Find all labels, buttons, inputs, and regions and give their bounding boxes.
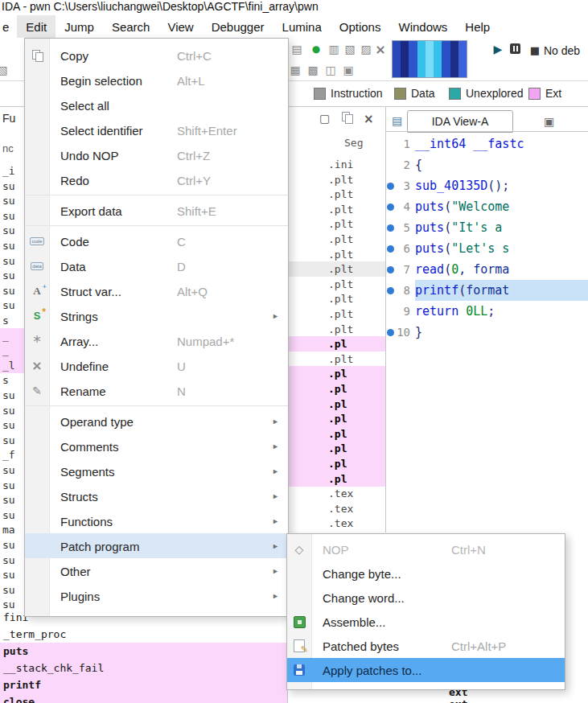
function-row[interactable]: su: [0, 238, 24, 253]
submenu-item-assemble[interactable]: Assemble...: [287, 610, 565, 634]
tab-ida-view-a[interactable]: IDA View-A: [407, 110, 513, 133]
navigator-band[interactable]: [392, 40, 467, 78]
pseudocode-line[interactable]: 8printf(format: [386, 280, 588, 301]
function-row[interactable]: printf: [0, 676, 287, 693]
disasm-row[interactable]: .plt: [287, 261, 385, 277]
menubar-item-lumina[interactable]: Lumina: [273, 15, 331, 38]
function-row[interactable]: su: [0, 253, 24, 269]
menu-item-begin-selection[interactable]: Begin selectionAlt+L: [25, 68, 288, 92]
disasm-row[interactable]: .pl: [287, 426, 385, 442]
menu-item-segments[interactable]: Segments►: [25, 458, 288, 483]
menu-item-array[interactable]: *Array...Numpad+*: [25, 328, 288, 353]
function-row[interactable]: su: [0, 553, 24, 568]
menu-item-other[interactable]: Other►: [25, 558, 288, 583]
breakpoint-dot[interactable]: [387, 224, 394, 232]
disasm-row[interactable]: .pl: [287, 471, 385, 487]
disasm-row[interactable]: .pl: [287, 336, 385, 352]
exports-icon[interactable]: ▣: [341, 63, 356, 77]
pseudocode-line[interactable]: 1__int64 __fastc: [386, 134, 588, 154]
menu-item-export-data[interactable]: Export dataShift+E: [25, 198, 288, 223]
function-row[interactable]: _term_proc: [0, 626, 287, 643]
submenu-item-change-word[interactable]: Change word...: [287, 586, 565, 610]
function-row[interactable]: su: [0, 567, 24, 582]
function-row[interactable]: su: [0, 582, 24, 598]
menu-item-functions[interactable]: Functions►: [25, 508, 288, 533]
disasm-row[interactable]: .ini: [287, 157, 385, 172]
window-icon[interactable]: ▤: [290, 42, 304, 56]
function-row[interactable]: su: [0, 388, 24, 403]
disasm-row[interactable]: .tex: [287, 486, 385, 501]
pseudocode-line[interactable]: 2{: [386, 154, 588, 175]
function-row[interactable]: su: [0, 403, 24, 418]
menubar-item-view[interactable]: View: [158, 15, 202, 38]
menu-item-rename[interactable]: ✎RenameN: [25, 378, 288, 403]
page-edge-icon[interactable]: ▧: [0, 63, 10, 77]
disasm-row[interactable]: .plt: [287, 247, 385, 262]
watch-icon[interactable]: ▧: [343, 42, 357, 56]
seg-icon[interactable]: ▦: [288, 63, 302, 77]
menu-item-undo-nop[interactable]: Undo NOPCtrl+Z: [25, 142, 288, 167]
menu-item-data[interactable]: dataDataD: [25, 253, 288, 278]
disasm-row[interactable]: .plt: [287, 352, 385, 367]
disasm-row[interactable]: .plt: [287, 216, 385, 232]
menu-item-copy[interactable]: CopyCtrl+C: [25, 43, 288, 68]
menubar-item-edit[interactable]: Edit: [17, 15, 56, 38]
function-row[interactable]: _l: [0, 358, 24, 373]
function-row[interactable]: close: [0, 693, 287, 703]
function-row[interactable]: _: [0, 328, 24, 343]
function-row[interactable]: su: [0, 208, 24, 224]
menu-item-operand-type[interactable]: Operand type►: [25, 409, 288, 434]
pseudocode-line[interactable]: 10}: [386, 322, 588, 343]
menu-item-redo[interactable]: RedoCtrl+Y: [25, 167, 288, 192]
menu-item-select-all[interactable]: Select all: [25, 92, 288, 117]
pseudocode-line[interactable]: 6puts("Let's s: [386, 238, 588, 259]
disasm-row[interactable]: .plt: [287, 232, 385, 247]
submenu-item-change-byte[interactable]: Change byte...: [287, 561, 565, 586]
disasm-row[interactable]: .tex: [287, 501, 385, 516]
disasm-row[interactable]: .plt: [287, 291, 385, 306]
function-row[interactable]: su: [0, 462, 24, 478]
function-row[interactable]: s: [0, 372, 24, 388]
breakpoint-dot[interactable]: [387, 287, 394, 294]
menu-item-struct-var[interactable]: A+Struct var...Alt+Q: [25, 278, 288, 303]
pseudocode-line[interactable]: 9return 0LL;: [386, 301, 588, 322]
pseudocode-line[interactable]: 7read(0, forma: [386, 259, 588, 280]
box-icon[interactable]: ▣: [544, 115, 554, 128]
function-row[interactable]: su: [0, 268, 24, 283]
menubar-item-windows[interactable]: Windows: [389, 15, 456, 38]
function-row[interactable]: su: [0, 597, 24, 609]
disasm-row[interactable]: .plt: [287, 187, 385, 202]
function-row[interactable]: _f: [0, 447, 24, 462]
disasm-row[interactable]: .pl: [287, 366, 385, 381]
function-row[interactable]: su: [0, 179, 24, 194]
disasm-row[interactable]: .pl: [287, 381, 385, 397]
step-icon[interactable]: ▨: [359, 42, 373, 56]
breakpoint-dot[interactable]: [387, 245, 394, 253]
function-row[interactable]: _: [0, 343, 24, 358]
disasm-row[interactable]: .pl: [287, 411, 385, 426]
stack-icon[interactable]: ▥: [327, 42, 341, 56]
cancel-icon[interactable]: ×: [373, 42, 388, 56]
debugger-selector[interactable]: No deb: [544, 44, 580, 57]
menu-item-strings[interactable]: S*Strings►: [25, 303, 288, 328]
function-row[interactable]: s: [0, 313, 24, 328]
stop-icon[interactable]: ■: [528, 43, 542, 57]
menubar-item-e[interactable]: e: [0, 15, 17, 38]
pause-icon[interactable]: [510, 43, 520, 54]
function-row[interactable]: su: [0, 417, 24, 433]
pseudocode-line[interactable]: 3sub_40135D();: [386, 175, 588, 196]
menu-item-code[interactable]: codeCodeC: [25, 228, 288, 253]
restore-icon[interactable]: ▢: [319, 112, 330, 125]
function-row[interactable]: su: [0, 298, 24, 313]
breakpoint-dot[interactable]: [387, 266, 394, 273]
menu-item-plugins[interactable]: Plugins►: [25, 583, 288, 608]
disasm-row[interactable]: .plt: [287, 172, 385, 187]
float-window-icon[interactable]: [341, 112, 352, 123]
function-row[interactable]: _i: [0, 163, 24, 179]
disasm-row[interactable]: .plt: [287, 322, 385, 337]
imports-icon[interactable]: ◫: [323, 63, 338, 77]
function-row[interactable]: su: [0, 283, 24, 298]
breakpoint-dot[interactable]: [387, 204, 394, 211]
disasm-row[interactable]: .pl: [287, 441, 385, 456]
submenu-item-nop[interactable]: ◇NOPCtrl+N: [287, 537, 565, 561]
